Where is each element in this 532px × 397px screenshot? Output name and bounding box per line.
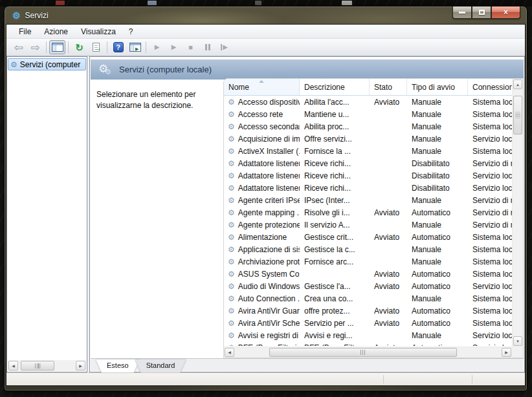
column-header-descrizione[interactable]: Descrizione — [300, 79, 370, 95]
table-cell: Fornisce arc... — [300, 257, 370, 266]
services-gear-icon: ⚙⚙ — [98, 63, 113, 76]
table-row[interactable]: ⚙ASUS System Con...AvviatoAutomaticoSist… — [224, 268, 512, 280]
table-cell: Automatico — [407, 270, 468, 279]
show-action-pane-button[interactable]: ▶ — [127, 40, 143, 54]
table-row[interactable]: ⚙Agente protezione...Il servizio A...Man… — [224, 219, 512, 231]
maximize-button[interactable] — [472, 6, 491, 19]
scroll-right-button[interactable]: ▶ — [76, 361, 85, 370]
menu-file[interactable]: File — [12, 26, 38, 38]
tab-strip: Esteso Standard — [91, 358, 524, 371]
column-header-nome[interactable]: Nome — [224, 79, 300, 95]
table-row[interactable]: ⚙AlimentazioneGestisce crit...AvviatoAut… — [224, 231, 512, 243]
export-list-button[interactable]: → — [88, 40, 104, 54]
table-row[interactable]: ⚙Agente mapping ...Risolve gli i...Avvia… — [224, 206, 512, 219]
start-service-button[interactable]: ▶ — [149, 40, 165, 54]
resume-service-button[interactable]: ▶ — [166, 40, 182, 54]
show-console-tree-button[interactable] — [49, 40, 65, 54]
pause-service-button[interactable] — [199, 40, 216, 54]
table-cell: Manuale — [407, 147, 468, 156]
table-row[interactable]: ⚙Applicazione di sis...Gestisce la c...M… — [224, 243, 512, 255]
table-cell: Manuale — [407, 98, 468, 107]
back-button[interactable]: ⇦ — [10, 40, 27, 54]
minimize-icon — [459, 12, 465, 14]
column-header-tipo-di-avvio[interactable]: Tipo di avvio — [407, 79, 468, 95]
tree-horizontal-scrollbar[interactable]: ◀ ▶ — [8, 360, 86, 371]
table-cell: Crea una co... — [300, 294, 370, 303]
service-name-cell: ⚙Avira AntiVir Guard — [224, 306, 300, 316]
column-header-connessione[interactable]: Connessione — [468, 79, 512, 95]
result-pane: ⚙⚙ Servizi (computer locale) Selezionare… — [89, 56, 525, 372]
restart-service-button[interactable]: ▶ — [216, 40, 232, 54]
table-row[interactable]: ⚙Agente criteri IPsecIPsec (Inter...Manu… — [224, 194, 512, 206]
service-gear-icon: ⚙ — [228, 135, 235, 143]
menu-help[interactable]: ? — [122, 26, 140, 38]
title-bar[interactable]: ⚙ Servizi × — [5, 6, 527, 25]
table-cell: Automatico — [407, 341, 468, 346]
table-row[interactable]: ⚙Audio di WindowsGestisce l'a...AvviatoA… — [224, 280, 512, 292]
scroll-up-button[interactable]: ▲ — [513, 80, 522, 89]
action-pane-icon: ▶ — [129, 43, 141, 52]
table-row[interactable]: ⚙Acquisizione di im...Offre servizi...Ma… — [224, 133, 512, 145]
table-cell: Avviato — [370, 306, 407, 316]
menu-azione[interactable]: Azione — [38, 26, 74, 38]
table-row[interactable]: ⚙Auto Connection ...Crea una co...Manual… — [224, 292, 512, 305]
scroll-left-button[interactable]: ◀ — [225, 348, 234, 357]
background-window-fragment — [148, 1, 157, 5]
table-cell: Riceve richi... — [300, 159, 370, 168]
scroll-down-button[interactable]: ▼ — [513, 336, 522, 346]
scrollbar-thumb[interactable] — [513, 96, 522, 134]
scroll-left-button[interactable]: ◀ — [8, 361, 18, 370]
table-row[interactable]: ⚙BFE (Base Filtering...BFE (Base Filt...… — [224, 341, 512, 346]
menu-visualizza[interactable]: Visualizza — [74, 26, 122, 38]
service-gear-icon: ⚙ — [228, 283, 235, 290]
export-list-icon: → — [93, 43, 100, 52]
table-row[interactable]: ⚙Avira AntiVir Sche...Servizio per ...Av… — [224, 317, 512, 329]
background-window-fragment — [342, 1, 352, 5]
table-row[interactable]: ⚙Avira AntiVir Guardoffre protez...Avvia… — [224, 305, 512, 317]
table-cell: Mantiene u... — [300, 110, 370, 119]
selection-description: Selezionare un elemento per visualizzarn… — [96, 89, 229, 111]
table-row[interactable]: ⚙Archiviazione prot...Fornisce arc...Man… — [224, 255, 512, 268]
table-row[interactable]: ⚙Accesso dispositiv...Abilita l'acc...Av… — [224, 96, 512, 108]
table-row[interactable]: ⚙Adattatore listener...Riceve richi...Di… — [224, 157, 512, 169]
tab-standard[interactable]: Standard — [135, 359, 186, 372]
forward-button[interactable]: ⇨ — [27, 40, 43, 54]
table-row[interactable]: ⚙ActiveX Installer (...Fornisce la ...Ma… — [224, 145, 512, 157]
table-horizontal-scrollbar[interactable]: ◀ ▶ — [224, 347, 512, 358]
minimize-button[interactable] — [452, 6, 472, 19]
table-cell: Avviato — [370, 208, 407, 217]
table-cell: Sistema locale — [468, 122, 512, 131]
table-cell: Sistema locale — [468, 233, 512, 242]
help-button[interactable]: ? — [110, 40, 126, 54]
service-name-cell: ⚙Accesso secondario — [224, 122, 300, 131]
scroll-right-button[interactable]: ▶ — [502, 348, 511, 357]
table-row[interactable]: ⚙Adattatore listener...Riceve richi...Di… — [224, 169, 512, 182]
table-vertical-scrollbar[interactable]: ▲ ▼ — [512, 79, 523, 347]
table-cell: Avviato — [370, 282, 407, 291]
tree-item-servizi[interactable]: ⚙ Servizi (computer — [8, 58, 86, 70]
service-gear-icon: ⚙ — [228, 246, 235, 253]
services-window: ⚙ Servizi × File Azione Visualizza ? ⇦ ⇨… — [5, 6, 527, 391]
refresh-button[interactable]: ↻ — [71, 40, 87, 54]
status-pane-divider — [472, 375, 472, 383]
scrollbar-thumb[interactable] — [269, 348, 457, 357]
table-row[interactable]: ⚙Avvisi e registri di ...Avvisi e regi..… — [224, 329, 512, 341]
table-cell: offre protez... — [300, 306, 370, 316]
table-row[interactable]: ⚙Adattatore listener...Riceve richi...Di… — [224, 182, 512, 194]
column-header-stato[interactable]: Stato — [370, 79, 407, 95]
table-cell: Servizio di rete — [468, 159, 512, 168]
tab-esteso[interactable]: Esteso — [96, 359, 140, 372]
stop-service-button[interactable]: ■ — [183, 40, 199, 54]
scrollbar-thumb[interactable] — [21, 361, 54, 370]
table-cell: Servizio locale — [468, 282, 512, 291]
close-button[interactable]: × — [491, 6, 520, 19]
table-cell: Manuale — [407, 134, 468, 144]
table-row[interactable]: ⚙Accesso secondarioAbilita proc...Manual… — [224, 120, 512, 133]
service-gear-icon: ⚙ — [228, 147, 235, 155]
table-cell: Servizio locale — [468, 184, 512, 193]
table-cell: Manuale — [407, 122, 468, 131]
service-name-cell: ⚙Adattatore listener... — [224, 184, 300, 193]
table-row[interactable]: ⚙Accesso reteMantiene u...ManualeSistema… — [224, 108, 512, 120]
back-icon: ⇦ — [14, 42, 23, 53]
table-cell: Riceve richi... — [300, 184, 370, 193]
